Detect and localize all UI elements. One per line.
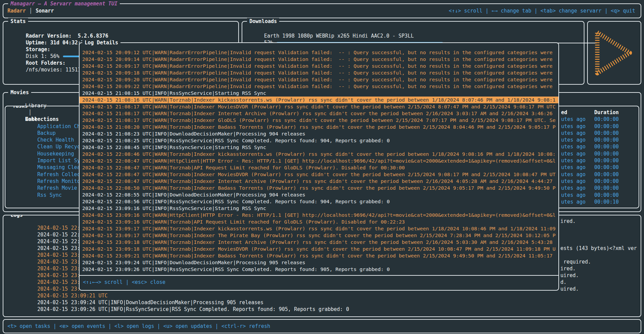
log-details-row[interactable]: 2024-02-15 21:08:17 UTC|WARN|Torznab|Ind…	[82, 117, 556, 124]
task-duration: 00:00:00	[594, 123, 619, 130]
log-details-row[interactable]: 2024-02-15 23:09:18 UTC|WARN|Torznab|Ind…	[82, 246, 556, 252]
keybind-hints-top: <↑↓> scroll | ←→ change tab | <tab> chan…	[449, 8, 635, 14]
task-executed-fragment: utes ago	[561, 164, 585, 171]
log-row-text: 2024-02-15 23:09:26 UTC|INFO|RssSyncServ…	[37, 306, 349, 312]
log-details-list[interactable]: 2024-02-15 20:09:12 UTC|WARN|RadarrError…	[80, 49, 558, 273]
log-details-row[interactable]: 2024-02-15 23:09:21 UTC|WARN|Torznab|Ind…	[82, 252, 556, 259]
managarr-logo-icon	[592, 26, 637, 80]
log-details-row[interactable]: 2024-02-15 22:08:55 UTC|INFO|DownloadDec…	[82, 191, 556, 198]
movies-title: Movies	[8, 89, 31, 96]
task-duration: 00:00:00	[594, 192, 619, 199]
download-item[interactable]: Earth 1998 1080p WEBRip x265 Hindi AAC2.…	[246, 26, 584, 33]
log-details-row[interactable]: 2024-02-15 22:08:47 UTC|WARN|Torznab|API…	[82, 164, 556, 171]
log-details-row[interactable]: 2024-02-15 21:08:17 UTC|WARN|Torznab|Ind…	[82, 110, 556, 117]
log-details-row[interactable]: 2024-02-15 21:08:15 UTC|INFO|RssSyncServ…	[82, 90, 556, 97]
task-executed-fragment: utes ago	[561, 137, 585, 143]
log-row-tail-fragment: uired.	[560, 272, 579, 279]
task-executed-fragment: utes ago	[561, 157, 585, 164]
task-duration: 00:00:00	[594, 178, 619, 185]
log-row-tail-fragment: ired.	[560, 265, 576, 272]
task-duration: 00:00:00	[594, 130, 619, 137]
log-row-tail-fragment: uired.	[560, 286, 579, 292]
log-details-row[interactable]: 2024-02-15 22:08:47 UTC|WARN|Torznab|Ind…	[82, 171, 556, 178]
log-details-row[interactable]: 2024-02-15 22:08:45 UTC|INFO|RssSyncServ…	[82, 144, 556, 151]
task-duration: 00:00:10	[594, 199, 619, 205]
log-details-row[interactable]: 2024-02-15 20:09:12 UTC|WARN|RadarrError…	[82, 49, 556, 56]
log-details-footer: <↑↓←→> scroll | <esc> close	[80, 275, 558, 290]
logo-panel	[587, 21, 641, 85]
downloads-title: Downloads	[247, 18, 279, 25]
task-duration: 00:00:00	[594, 143, 619, 150]
log-details-title: Log Details	[82, 39, 120, 46]
log-details-row[interactable]: 2024-02-15 21:08:17 UTC|WARN|Torznab|Ind…	[82, 103, 556, 110]
task-duration: 00:00:00	[594, 150, 619, 157]
task-duration: 00:00:00	[594, 185, 619, 191]
log-details-row[interactable]: 2024-02-15 23:09:16 UTC|WARN|Torznab|API…	[82, 218, 556, 225]
log-details-row[interactable]: 2024-02-15 20:09:14 UTC|WARN|RadarrError…	[82, 56, 556, 63]
header-panel: Managarr — A Servarr management TUI Rada…	[3, 3, 641, 18]
radarr-version: Radarr Version:5.2.6.8376	[7, 26, 238, 33]
log-details-row[interactable]: 2024-02-15 21:08:16 UTC|WARN|Torznab|Ind…	[80, 97, 558, 103]
log-details-row[interactable]: 2024-02-15 22:08:47 UTC|WARN|Torznab|Ind…	[82, 178, 556, 185]
keybind-hints-bottom: <t> open tasks | <e> open events | <l> o…	[7, 323, 270, 329]
log-details-row[interactable]: 2024-02-15 23:09:18 UTC|WARN|Torznab|Ind…	[82, 239, 556, 246]
task-executed-fragment: utes ago	[561, 150, 585, 157]
log-details-row[interactable]: 2024-02-15 23:09:17 UTC|WARN|Torznab|Ind…	[82, 232, 556, 239]
log-row[interactable]: 2024-02-15 23:09:26 UTC|INFO|RssSyncServ…	[7, 299, 641, 306]
managarr-screen: Managarr — A Servarr management TUI Rada…	[0, 0, 644, 334]
log-row-tail-fragment: d.	[560, 279, 567, 286]
log-details-row[interactable]: 2024-02-15 20:09:22 UTC|WARN|RadarrError…	[82, 83, 556, 90]
task-duration: 00:00:00	[594, 137, 619, 143]
log-row[interactable]: 2024-02-15 23:09:24 UTC|INFO|DownloadDec…	[7, 292, 641, 299]
tab-sonarr[interactable]: Sonarr	[36, 8, 54, 14]
task-executed-fragment: utes ago	[561, 116, 585, 123]
log-details-row[interactable]: 2024-02-15 21:08:25 UTC|INFO|RssSyncServ…	[82, 137, 556, 144]
log-details-row[interactable]: 2024-02-15 23:09:24 UTC|INFO|DownloadDec…	[82, 259, 556, 266]
bottom-hints-panel: <t> open tasks | <e> open events | <l> o…	[3, 319, 641, 333]
log-details-row[interactable]: 2024-02-15 22:08:56 UTC|INFO|RssSyncServ…	[82, 198, 556, 205]
task-executed-fragment: utes ago	[561, 178, 585, 185]
log-details-row[interactable]: 2024-02-15 23:09:16 UTC|WARN|HttpClient|…	[82, 212, 556, 218]
stats-title: Stats	[8, 18, 28, 25]
log-details-row[interactable]: 2024-02-15 22:08:50 UTC|WARN|Torznab|Ind…	[82, 185, 556, 191]
task-executed-fragment: utes ago	[561, 171, 585, 178]
log-details-row[interactable]: 2024-02-15 23:09:26 UTC|INFO|RssSyncServ…	[82, 266, 556, 273]
task-duration: 00:00:00	[594, 116, 619, 123]
task-executed-fragment: utes ago	[561, 130, 585, 137]
log-details-row[interactable]: 2024-02-15 21:08:23 UTC|INFO|DownloadDec…	[82, 130, 556, 137]
tab-radarr[interactable]: Radarr	[7, 8, 26, 14]
task-executed-fragment: utes ago	[561, 123, 585, 130]
log-details-row[interactable]: 2024-02-15 22:08:46 UTC|WARN|Torznab|Ind…	[82, 151, 556, 158]
task-executed-fragment: utes ago	[561, 143, 585, 150]
log-details-row[interactable]: 2024-02-15 20:09:20 UTC|WARN|RadarrError…	[82, 76, 556, 83]
task-duration: 00:00:00	[594, 164, 619, 171]
log-details-row[interactable]: 2024-02-15 21:08:20 UTC|WARN|Torznab|Ind…	[82, 124, 556, 130]
log-row-tail-fragment: required.	[560, 258, 591, 265]
tab-separator: │	[26, 8, 36, 14]
log-details-row[interactable]: 2024-02-15 23:09:17 UTC|WARN|Torznab|Ind…	[82, 225, 556, 232]
task-executed-fragment: utes ago	[561, 185, 585, 191]
log-details-row[interactable]: 2024-02-15 23:09:16 UTC|INFO|RssSyncServ…	[82, 205, 556, 212]
keybind-hints-modal: <↑↓←→> scroll | <esc> close	[80, 276, 558, 285]
task-executed-fragment: utes ago	[561, 199, 585, 205]
log-row-tail-fragment: ests (143 bytes)<?xml ver	[560, 245, 637, 252]
log-details-modal: Log Details 2024-02-15 20:09:12 UTC|WARN…	[79, 42, 559, 291]
tasks-executed-header-fragment: ed	[561, 109, 567, 116]
task-duration: 00:00:00	[594, 157, 619, 164]
tasks-duration-header: Duration	[594, 109, 619, 116]
log-details-row[interactable]: 2024-02-15 20:09:17 UTC|WARN|RadarrError…	[82, 63, 556, 69]
log-details-row[interactable]: 2024-02-15 22:08:47 UTC|WARN|HttpClient|…	[82, 158, 556, 164]
task-duration: 00:00:00	[594, 171, 619, 178]
task-executed-fragment: utes ago	[561, 192, 585, 199]
log-details-row[interactable]: 2024-02-15 20:09:18 UTC|WARN|RadarrError…	[82, 69, 556, 76]
log-row-tail-fragment: ired.	[560, 218, 576, 225]
app-title: Managarr — A Servarr management TUI	[8, 0, 120, 7]
